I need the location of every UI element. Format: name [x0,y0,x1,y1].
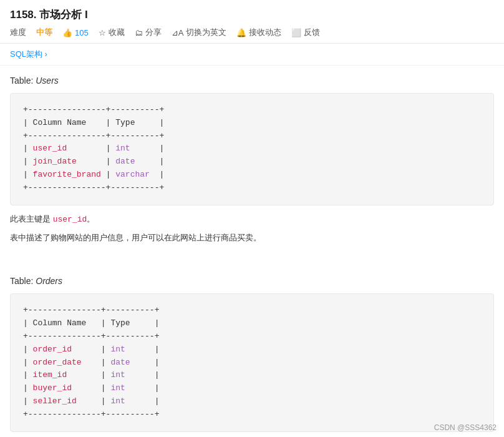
share-label: 分享 [145,27,162,38]
difficulty-label: 难度 [10,27,26,38]
page-title: 1158. 市场分析 I [10,7,494,22]
bell-icon: 🔔 [236,28,246,37]
orders-section: Table: Orders +---------------+---------… [10,276,494,437]
difficulty-value: 中等 [36,27,52,38]
collect-button[interactable]: ☆ 收藏 [99,27,125,38]
subscribe-button[interactable]: 🔔 接收动态 [236,27,281,38]
orders-schema-block: +---------------+----------+ | Column Na… [10,293,494,431]
switch-lang-label: 切换为英文 [186,27,226,38]
users-table-label: Table: Users [10,76,494,86]
like-button[interactable]: 👍 105 [62,28,89,37]
watermark: CSDN @SSS4362 [434,423,497,432]
users-desc-2: 表中描述了购物网站的用户信息，用户可以在此网站上进行商品买卖。 [10,230,494,245]
main-content: Table: Users +----------------+---------… [0,66,504,437]
orders-table-label: Table: Orders [10,276,494,286]
users-table-name: Users [36,76,59,86]
switch-lang-button[interactable]: ⊿A 切换为英文 [172,27,227,38]
orders-table-name: Orders [36,276,62,286]
like-count: 105 [75,28,89,37]
feedback-icon: ⬜ [291,28,301,37]
collect-label: 收藏 [109,27,125,38]
table-prefix-2: Table: [10,276,36,286]
subscribe-label: 接收动态 [249,27,281,38]
table-prefix-1: Table: [10,76,36,86]
star-icon: ☆ [99,28,106,37]
like-icon: 👍 [62,28,72,37]
users-section: Table: Users +----------------+---------… [10,76,494,245]
toolbar: 难度 中等 👍 105 ☆ 收藏 🗂 分享 ⊿A 切换为英文 🔔 接收动态 ⬜ … [10,27,494,38]
translate-icon: ⊿A [172,28,184,37]
feedback-button[interactable]: ⬜ 反馈 [291,27,320,38]
users-schema-block: +----------------+----------+ | Column N… [10,93,494,205]
users-desc-1: 此表主键是 user_id。 [10,212,494,227]
breadcrumb[interactable]: SQL架构 › [0,44,504,66]
users-pk-highlight: user_id [53,215,87,224]
share-button[interactable]: 🗂 分享 [135,27,162,38]
share-icon: 🗂 [135,28,143,37]
feedback-label: 反馈 [304,27,320,38]
section-divider [10,263,494,276]
page-header: 1158. 市场分析 I 难度 中等 👍 105 ☆ 收藏 🗂 分享 ⊿A 切换… [0,0,504,44]
